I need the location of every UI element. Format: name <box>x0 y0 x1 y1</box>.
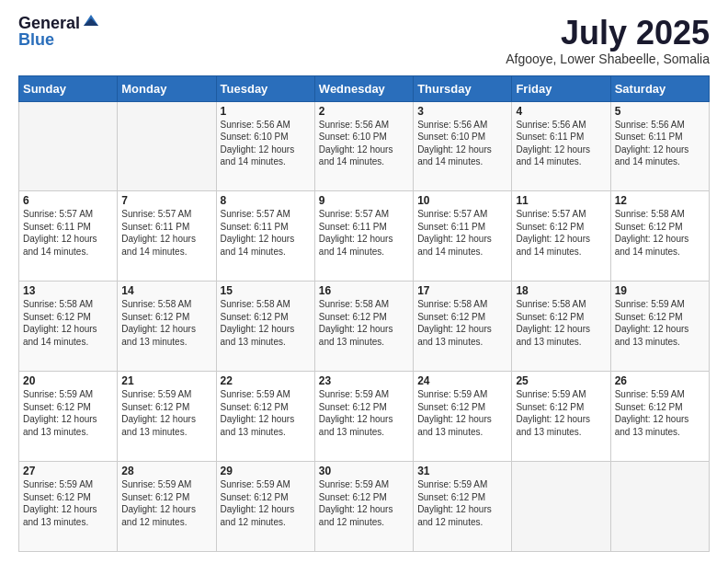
calendar-week-row: 6Sunrise: 5:57 AM Sunset: 6:11 PM Daylig… <box>19 191 710 282</box>
day-info: Sunrise: 5:59 AM Sunset: 6:12 PM Dayligh… <box>121 478 211 528</box>
header-tuesday: Tuesday <box>216 75 314 101</box>
day-info: Sunrise: 5:59 AM Sunset: 6:12 PM Dayligh… <box>516 388 606 438</box>
logo-general-text: General <box>18 15 80 31</box>
table-row: 16Sunrise: 5:58 AM Sunset: 6:12 PM Dayli… <box>314 282 413 372</box>
day-number: 27 <box>23 465 113 477</box>
logo: General Blue <box>18 15 80 48</box>
day-number: 3 <box>417 105 507 118</box>
day-number: 14 <box>121 284 211 297</box>
table-row: 21Sunrise: 5:59 AM Sunset: 6:12 PM Dayli… <box>118 372 216 462</box>
header: General Blue July 2025 Afgooye, Lower Sh… <box>18 15 710 66</box>
table-row: 9Sunrise: 5:57 AM Sunset: 6:11 PM Daylig… <box>314 191 413 282</box>
table-row: 24Sunrise: 5:59 AM Sunset: 6:12 PM Dayli… <box>414 372 512 462</box>
table-row: 10Sunrise: 5:57 AM Sunset: 6:11 PM Dayli… <box>414 191 512 282</box>
day-number: 10 <box>417 194 507 207</box>
day-info: Sunrise: 5:58 AM Sunset: 6:12 PM Dayligh… <box>23 298 113 348</box>
day-info: Sunrise: 5:59 AM Sunset: 6:12 PM Dayligh… <box>417 478 507 528</box>
day-number: 9 <box>319 194 409 207</box>
day-number: 19 <box>615 284 705 297</box>
table-row: 26Sunrise: 5:59 AM Sunset: 6:12 PM Dayli… <box>610 372 709 462</box>
title-section: July 2025 Afgooye, Lower Shabeelle, Soma… <box>506 15 710 66</box>
table-row: 19Sunrise: 5:59 AM Sunset: 6:12 PM Dayli… <box>610 282 709 372</box>
header-monday: Monday <box>118 75 216 101</box>
page: General Blue July 2025 Afgooye, Lower Sh… <box>0 0 728 563</box>
table-row: 7Sunrise: 5:57 AM Sunset: 6:11 PM Daylig… <box>118 191 216 282</box>
month-title: July 2025 <box>506 15 710 52</box>
table-row: 31Sunrise: 5:59 AM Sunset: 6:12 PM Dayli… <box>414 462 512 552</box>
day-number: 12 <box>615 194 705 207</box>
table-row: 23Sunrise: 5:59 AM Sunset: 6:12 PM Dayli… <box>314 372 413 462</box>
table-row: 8Sunrise: 5:57 AM Sunset: 6:11 PM Daylig… <box>216 191 314 282</box>
day-info: Sunrise: 5:58 AM Sunset: 6:12 PM Dayligh… <box>221 298 311 348</box>
location: Afgooye, Lower Shabeelle, Somalia <box>506 52 710 66</box>
calendar-week-row: 27Sunrise: 5:59 AM Sunset: 6:12 PM Dayli… <box>19 462 710 552</box>
day-info: Sunrise: 5:56 AM Sunset: 6:10 PM Dayligh… <box>319 119 409 168</box>
header-friday: Friday <box>512 75 610 101</box>
day-info: Sunrise: 5:57 AM Sunset: 6:11 PM Dayligh… <box>319 208 409 258</box>
calendar-week-row: 20Sunrise: 5:59 AM Sunset: 6:12 PM Dayli… <box>19 372 710 462</box>
day-number: 21 <box>121 374 211 387</box>
day-info: Sunrise: 5:59 AM Sunset: 6:12 PM Dayligh… <box>121 388 211 438</box>
day-info: Sunrise: 5:59 AM Sunset: 6:12 PM Dayligh… <box>221 388 311 438</box>
day-info: Sunrise: 5:57 AM Sunset: 6:12 PM Dayligh… <box>516 208 606 258</box>
day-info: Sunrise: 5:58 AM Sunset: 6:12 PM Dayligh… <box>121 298 211 348</box>
day-number: 25 <box>516 374 606 387</box>
table-row: 3Sunrise: 5:56 AM Sunset: 6:10 PM Daylig… <box>414 101 512 191</box>
table-row <box>19 101 118 191</box>
header-thursday: Thursday <box>414 75 512 101</box>
day-number: 5 <box>615 105 705 118</box>
day-number: 31 <box>417 465 507 477</box>
table-row: 11Sunrise: 5:57 AM Sunset: 6:12 PM Dayli… <box>512 191 610 282</box>
table-row: 25Sunrise: 5:59 AM Sunset: 6:12 PM Dayli… <box>512 372 610 462</box>
day-number: 18 <box>516 284 606 297</box>
day-number: 20 <box>23 374 113 387</box>
day-info: Sunrise: 5:56 AM Sunset: 6:11 PM Dayligh… <box>615 119 705 168</box>
day-number: 24 <box>417 374 507 387</box>
day-info: Sunrise: 5:58 AM Sunset: 6:12 PM Dayligh… <box>615 208 705 258</box>
logo-blue-text: Blue <box>18 31 80 48</box>
day-number: 22 <box>221 374 311 387</box>
day-info: Sunrise: 5:57 AM Sunset: 6:11 PM Dayligh… <box>221 208 311 258</box>
day-number: 28 <box>121 465 211 477</box>
day-info: Sunrise: 5:57 AM Sunset: 6:11 PM Dayligh… <box>121 208 211 258</box>
table-row: 22Sunrise: 5:59 AM Sunset: 6:12 PM Dayli… <box>216 372 314 462</box>
calendar-header-row: Sunday Monday Tuesday Wednesday Thursday… <box>19 75 710 101</box>
header-wednesday: Wednesday <box>314 75 413 101</box>
day-info: Sunrise: 5:59 AM Sunset: 6:12 PM Dayligh… <box>615 388 705 438</box>
table-row: 13Sunrise: 5:58 AM Sunset: 6:12 PM Dayli… <box>19 282 118 372</box>
day-info: Sunrise: 5:59 AM Sunset: 6:12 PM Dayligh… <box>23 388 113 438</box>
day-info: Sunrise: 5:59 AM Sunset: 6:12 PM Dayligh… <box>23 478 113 528</box>
table-row: 6Sunrise: 5:57 AM Sunset: 6:11 PM Daylig… <box>19 191 118 282</box>
table-row: 27Sunrise: 5:59 AM Sunset: 6:12 PM Dayli… <box>19 462 118 552</box>
table-row: 4Sunrise: 5:56 AM Sunset: 6:11 PM Daylig… <box>512 101 610 191</box>
day-number: 15 <box>221 284 311 297</box>
calendar-table: Sunday Monday Tuesday Wednesday Thursday… <box>18 75 710 552</box>
day-number: 17 <box>417 284 507 297</box>
table-row: 12Sunrise: 5:58 AM Sunset: 6:12 PM Dayli… <box>610 191 709 282</box>
day-info: Sunrise: 5:57 AM Sunset: 6:11 PM Dayligh… <box>23 208 113 258</box>
day-number: 6 <box>23 194 113 207</box>
header-sunday: Sunday <box>19 75 118 101</box>
day-number: 29 <box>221 465 311 477</box>
day-info: Sunrise: 5:56 AM Sunset: 6:10 PM Dayligh… <box>221 119 311 168</box>
day-number: 13 <box>23 284 113 297</box>
day-info: Sunrise: 5:56 AM Sunset: 6:11 PM Dayligh… <box>516 119 606 168</box>
day-info: Sunrise: 5:59 AM Sunset: 6:12 PM Dayligh… <box>615 298 705 348</box>
table-row: 5Sunrise: 5:56 AM Sunset: 6:11 PM Daylig… <box>610 101 709 191</box>
table-row <box>610 462 709 552</box>
calendar-week-row: 13Sunrise: 5:58 AM Sunset: 6:12 PM Dayli… <box>19 282 710 372</box>
day-info: Sunrise: 5:58 AM Sunset: 6:12 PM Dayligh… <box>319 298 409 348</box>
svg-marker-1 <box>84 18 98 26</box>
day-info: Sunrise: 5:57 AM Sunset: 6:11 PM Dayligh… <box>417 208 507 258</box>
table-row <box>512 462 610 552</box>
day-number: 11 <box>516 194 606 207</box>
day-info: Sunrise: 5:58 AM Sunset: 6:12 PM Dayligh… <box>516 298 606 348</box>
table-row: 28Sunrise: 5:59 AM Sunset: 6:12 PM Dayli… <box>118 462 216 552</box>
table-row: 30Sunrise: 5:59 AM Sunset: 6:12 PM Dayli… <box>314 462 413 552</box>
day-number: 23 <box>319 374 409 387</box>
table-row: 14Sunrise: 5:58 AM Sunset: 6:12 PM Dayli… <box>118 282 216 372</box>
calendar-week-row: 1Sunrise: 5:56 AM Sunset: 6:10 PM Daylig… <box>19 101 710 191</box>
day-number: 1 <box>221 105 311 118</box>
day-info: Sunrise: 5:58 AM Sunset: 6:12 PM Dayligh… <box>417 298 507 348</box>
table-row: 29Sunrise: 5:59 AM Sunset: 6:12 PM Dayli… <box>216 462 314 552</box>
